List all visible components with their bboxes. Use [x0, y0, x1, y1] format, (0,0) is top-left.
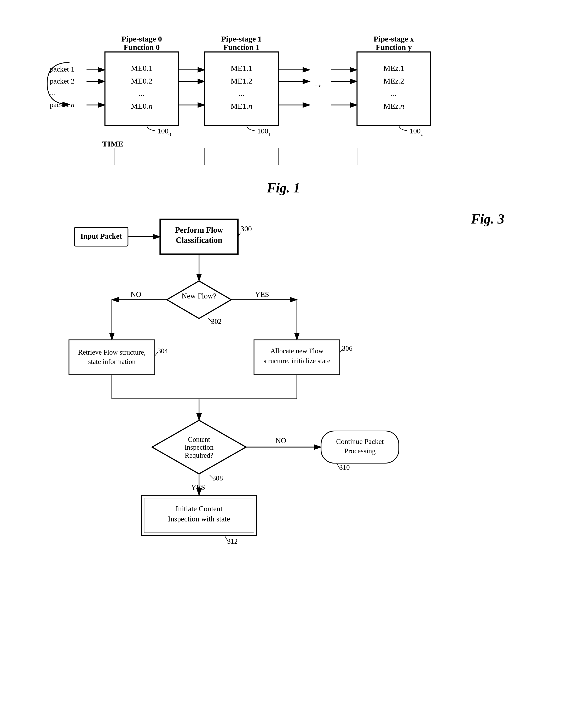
pipestagex-label: Pipe-stage x	[374, 34, 414, 43]
content-insp-q-line2: Inspection	[184, 443, 213, 451]
packet-ellipsis-label: ...	[50, 89, 55, 97]
continue-packet-line1: Continue Packet	[336, 437, 384, 445]
fig3-title: Fig. 3	[471, 211, 504, 227]
mez2-label: MEz.2	[383, 77, 404, 85]
svg-rect-9	[205, 52, 278, 125]
label-306: 306	[342, 344, 353, 352]
me11-label: ME1.1	[231, 64, 252, 73]
me1n-label: ME1.n	[231, 102, 252, 110]
function1-label: Function 1	[223, 43, 259, 52]
initiate-content-line1: Initiate Content	[175, 504, 222, 513]
retrieve-flow-label: Retrieve Flow structure,	[78, 348, 146, 356]
packet1-label: packet 1	[50, 65, 74, 73]
content-insp-q-line3: Required?	[185, 451, 213, 459]
fig3-svg: Input Packet Perform Flow Classification…	[21, 211, 546, 720]
me0-ellipsis: ...	[139, 89, 145, 98]
svg-rect-5	[105, 52, 178, 125]
me12-label: ME1.2	[231, 77, 252, 85]
between-boxes-ellipsis: →	[313, 79, 323, 91]
input-packet-label: Input Packet	[80, 232, 122, 240]
no-label-2: NO	[275, 436, 286, 445]
content-insp-q-line1: Content	[188, 436, 210, 443]
no-label-1: NO	[131, 290, 141, 298]
retrieve-state-label: state information	[88, 358, 135, 366]
yes-label-1: YES	[255, 290, 269, 298]
100-z-label: 100z	[410, 127, 423, 137]
label-308: 308	[212, 474, 223, 482]
pipestage1-label: Pipe-stage 1	[221, 34, 262, 43]
label-312: 312	[227, 537, 237, 545]
mezn-label: MEz.n	[383, 102, 404, 110]
initialize-state-label: structure, initialize state	[263, 357, 331, 365]
svg-rect-16	[357, 52, 430, 125]
100-0-label: 1000	[157, 127, 171, 137]
me1-ellipsis: ...	[238, 89, 244, 98]
functiony-label: Function y	[376, 43, 412, 52]
me0n-label: ME0.n	[131, 102, 153, 110]
label-310: 310	[339, 463, 350, 471]
packetn-label: packet n	[50, 101, 74, 109]
label-302: 302	[211, 318, 221, 325]
fig1-diagram: packet 1 packet 2 ... packet n ME0.1 ME0…	[21, 24, 546, 175]
mez-ellipsis: ...	[391, 89, 397, 98]
100-1-label: 1001	[257, 127, 271, 137]
continue-packet-line2: Processing	[344, 447, 376, 455]
packet2-label: packet 2	[50, 77, 74, 85]
initiate-content-line2: Inspection with state	[168, 515, 230, 523]
mez1-label: MEz.1	[383, 64, 404, 73]
allocate-flow-label: Allocate new Flow	[270, 347, 324, 355]
me01-label: ME0.1	[131, 64, 153, 73]
svg-rect-33	[69, 340, 155, 375]
new-flow-label: New Flow?	[181, 292, 216, 300]
label-300: 300	[241, 225, 252, 233]
fig1-title: Fig. 1	[21, 180, 546, 196]
time-label: TIME	[102, 139, 123, 148]
pipestage0-label: Pipe-stage 0	[121, 34, 162, 43]
label-304: 304	[157, 347, 168, 355]
perform-flow-label: Perform Flow	[175, 226, 223, 234]
me02-label: ME0.2	[131, 77, 153, 85]
fig3-diagram: Fig. 3 Input Packet Perform Flow Classif…	[21, 211, 546, 720]
fig1-svg: packet 1 packet 2 ... packet n ME0.1 ME0…	[21, 24, 546, 175]
classification-label: Classification	[176, 236, 222, 245]
function0-label: Function 0	[124, 43, 160, 52]
page: packet 1 packet 2 ... packet n ME0.1 ME0…	[0, 0, 567, 728]
yes-label-2: YES	[191, 483, 205, 491]
